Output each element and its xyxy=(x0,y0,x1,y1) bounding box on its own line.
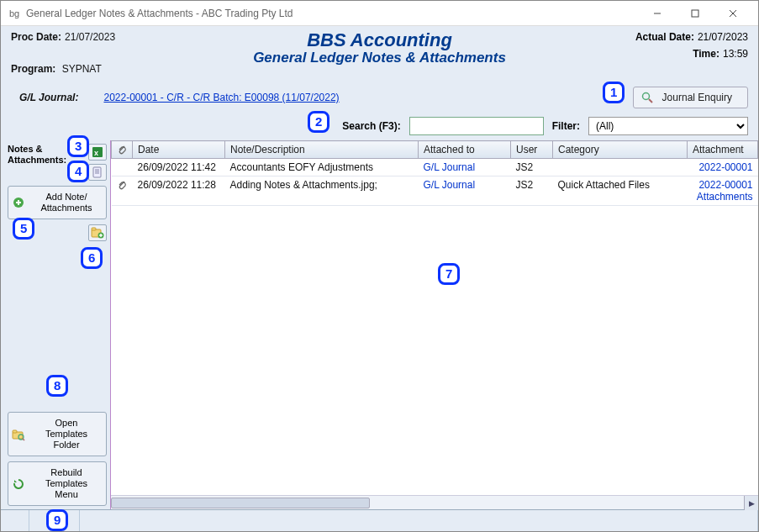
journal-enquiry-button[interactable]: Journal Enquiry xyxy=(633,87,748,108)
horizontal-scrollbar[interactable]: ▶ xyxy=(111,495,758,509)
window-title: General Ledger Notes & Attachments - ABC… xyxy=(26,8,638,19)
filter-label: Filter: xyxy=(552,120,580,132)
new-category-button[interactable] xyxy=(88,224,107,241)
svg-point-6 xyxy=(642,93,649,100)
svg-marker-26 xyxy=(14,480,17,482)
titlebar: bg General Ledger Notes & Attachments - … xyxy=(1,1,758,26)
statusbar: R xyxy=(1,509,758,531)
svg-rect-10 xyxy=(93,167,101,177)
svg-text:x: x xyxy=(94,149,98,157)
col-attached-to[interactable]: Attached to xyxy=(419,141,511,159)
row-date: 26/09/2022 11:42 xyxy=(133,159,225,176)
row-clip-cell xyxy=(112,176,133,206)
grid-wrap: Date Note/Description Attached to User C… xyxy=(110,140,758,509)
new-category-icon xyxy=(91,227,104,239)
row-note: Adding Notes & Attachments.jpg; xyxy=(225,176,419,206)
gl-journal-link[interactable]: 2022-00001 - C/R - C/R Batch: E00098 (11… xyxy=(103,92,339,103)
actual-date-label: Actual Date: xyxy=(635,31,694,43)
sidebar-heading: Notes &Attachments: xyxy=(8,144,66,166)
notes-table: Date Note/Description Attached to User C… xyxy=(111,140,758,206)
program-value: SYPNAT xyxy=(62,63,102,75)
row-attachment[interactable]: 2022-00001 xyxy=(688,159,758,176)
scrollbar-thumb[interactable] xyxy=(111,498,370,508)
open-folder-icon xyxy=(12,428,25,441)
search-label: Search (F3): xyxy=(342,120,400,132)
search-input[interactable] xyxy=(409,117,544,135)
page-icon xyxy=(92,166,103,178)
table-row[interactable]: 26/09/2022 11:28 Adding Notes & Attachme… xyxy=(112,176,758,206)
col-user[interactable]: User xyxy=(511,141,553,159)
sidebar: Notes &Attachments: x xyxy=(1,140,110,509)
col-category[interactable]: Category xyxy=(553,141,688,159)
time-value: 13:59 xyxy=(723,48,748,60)
app-window: 1 2 3 4 5 6 7 8 9 bg General Ledger Note… xyxy=(0,0,759,532)
maximize-button[interactable] xyxy=(676,2,714,25)
rebuild-templates-button[interactable]: RebuildTemplatesMenu xyxy=(8,461,107,506)
add-note-label: Add Note/Attachments xyxy=(30,192,103,213)
svg-line-25 xyxy=(23,439,24,440)
actual-date-value: 21/07/2023 xyxy=(698,31,748,43)
excel-icon: x xyxy=(92,146,103,158)
row-attachment[interactable]: 2022-00001Attachments xyxy=(688,176,758,206)
svg-line-7 xyxy=(649,99,652,103)
col-attachment-icon[interactable] xyxy=(112,141,133,159)
search-row: Search (F3): Filter: (All) xyxy=(1,115,758,140)
row-note: Accountants EOFY Adjustments xyxy=(225,159,419,176)
table-header-row: Date Note/Description Attached to User C… xyxy=(112,141,758,159)
actual-block: Actual Date:21/07/2023 Time:13:59 xyxy=(635,31,748,60)
header: BBS Accounting General Ledger Notes & At… xyxy=(1,26,758,78)
svg-rect-23 xyxy=(13,430,17,433)
add-icon xyxy=(12,196,25,209)
svg-text:g: g xyxy=(14,8,19,18)
notes-grid[interactable]: Date Note/Description Attached to User C… xyxy=(111,140,758,495)
gl-journal-row: G/L Journal: 2022-00001 - C/R - C/R Batc… xyxy=(1,78,758,115)
program-label: Program: xyxy=(11,63,55,75)
paperclip-icon xyxy=(117,179,128,191)
filter-select[interactable]: (All) xyxy=(588,117,748,135)
proc-date-value: 21/07/2023 xyxy=(65,31,115,43)
proc-date-label: Proc Date: xyxy=(11,31,61,43)
row-attached-to[interactable]: G/L Journal xyxy=(419,176,511,206)
time-label: Time: xyxy=(693,48,719,60)
rebuild-templates-label: RebuildTemplatesMenu xyxy=(30,467,103,500)
row-user: JS2 xyxy=(511,176,553,206)
row-category xyxy=(553,159,688,176)
rebuild-icon xyxy=(12,477,25,491)
row-category: Quick Attached Files xyxy=(553,176,688,206)
export-excel-button[interactable]: x xyxy=(88,144,107,161)
svg-rect-3 xyxy=(692,10,698,17)
row-user: JS2 xyxy=(511,159,553,176)
journal-enquiry-label: Journal Enquiry xyxy=(662,92,732,103)
window-controls xyxy=(638,2,751,25)
row-attached-to[interactable]: G/L Journal xyxy=(419,159,511,176)
body: Notes &Attachments: x xyxy=(1,140,758,509)
magnifier-icon xyxy=(640,91,654,104)
gl-journal-label: G/L Journal: xyxy=(19,92,78,103)
open-templates-folder-button[interactable]: OpenTemplatesFolder xyxy=(8,412,107,456)
open-templates-label: OpenTemplatesFolder xyxy=(30,418,103,450)
row-date: 26/09/2022 11:28 xyxy=(133,176,225,206)
col-attachment[interactable]: Attachment xyxy=(688,141,758,159)
paperclip-icon xyxy=(117,144,127,155)
svg-rect-18 xyxy=(92,228,96,230)
col-note[interactable]: Note/Description xyxy=(225,141,419,159)
app-icon: bg xyxy=(8,7,21,20)
close-button[interactable] xyxy=(714,2,751,25)
add-note-button[interactable]: Add Note/Attachments xyxy=(8,186,107,219)
status-ready: R xyxy=(29,510,80,531)
col-date[interactable]: Date xyxy=(133,141,225,159)
minimize-button[interactable] xyxy=(638,2,676,25)
view-note-button[interactable] xyxy=(88,164,107,181)
row-clip-cell xyxy=(112,159,133,176)
table-row[interactable]: 26/09/2022 11:42 Accountants EOFY Adjust… xyxy=(112,159,758,176)
scroll-right-button[interactable]: ▶ xyxy=(744,496,758,510)
